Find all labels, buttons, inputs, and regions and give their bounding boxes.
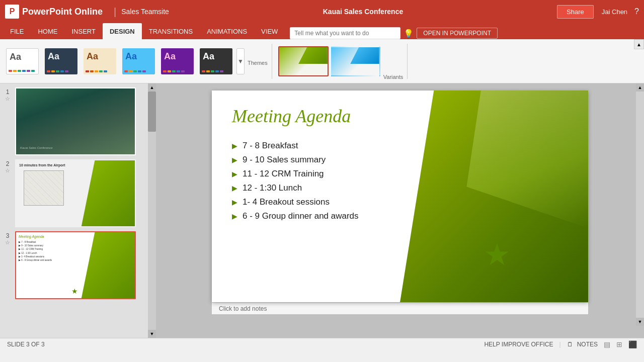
theme-4[interactable]: Aa — [120, 46, 157, 76]
slide-2-star: ☆ — [5, 167, 10, 174]
theme-3[interactable]: Aa — [82, 46, 118, 76]
doc-title: Kauai Sales Conference — [169, 8, 557, 16]
slide-3-star-decoration: ★ — [71, 287, 78, 295]
statusbar: SLIDE 3 OF 3 HELP IMPROVE OFFICE | 🗒 NOT… — [0, 338, 644, 350]
tab-animations[interactable]: ANIMATIONS — [200, 23, 254, 39]
variant-2[interactable] — [330, 46, 380, 76]
open-in-powerpoint-button[interactable]: OPEN IN POWERPOINT — [417, 28, 498, 39]
slide-1-text: Kauai Sales Conference — [20, 146, 53, 149]
star-decoration: ★ — [484, 237, 511, 272]
slide-panel: ▲ ▼ 1 ☆ Kauai Sales Conference — [0, 83, 156, 338]
tab-insert[interactable]: INSERT — [64, 23, 102, 39]
agenda-item-5: ▶ 1- 4 Breakout sessions — [232, 197, 568, 207]
notes-button[interactable]: 🗒 NOTES — [567, 341, 598, 348]
slide-title: Meeting Agenda — [232, 106, 568, 127]
ribbon-content: Aa Aa Aa — [0, 39, 644, 83]
slide-3-star: ☆ — [5, 239, 10, 246]
lightbulb-icon: 💡 — [404, 29, 414, 38]
agenda-item-4: ▶ 12 - 1:30 Lunch — [232, 183, 568, 193]
slide-1-thumbnail[interactable]: Kauai Sales Conference — [15, 87, 136, 155]
agenda-item-6: ▶ 6 - 9 Group dinner and awards — [232, 211, 568, 221]
statusbar-view-1[interactable]: ▤ — [604, 340, 610, 348]
slide-view-scroll-down[interactable]: ▼ — [636, 318, 644, 326]
slide-2-number-col: 2 ☆ — [2, 159, 13, 174]
slide-canvas: Meeting Agenda ▶ 7 - 8 Breakfast ▶ 9 - 1… — [212, 90, 588, 302]
arrow-icon-3: ▶ — [232, 170, 237, 178]
statusbar-view-3[interactable]: ⬛ — [628, 340, 637, 348]
titlebar: P PowerPoint Online | Sales Teamsite Kau… — [0, 0, 644, 23]
slide-item-2[interactable]: 2 ☆ 10 minutes from the Airport — [2, 159, 146, 227]
agenda-item-1: ▶ 7 - 8 Breakfast — [232, 141, 568, 151]
arrow-icon-5: ▶ — [232, 198, 237, 206]
agenda-item-3: ▶ 11 - 12 CRM Training — [232, 169, 568, 179]
arrow-icon-6: ▶ — [232, 212, 237, 220]
site-name: Sales Teamsite — [121, 8, 169, 16]
tab-transitions[interactable]: TRANSITIONS — [142, 23, 200, 39]
app-logo: P PowerPoint Online — [5, 5, 103, 19]
search-input[interactable] — [290, 27, 400, 39]
slide-info: SLIDE 3 OF 3 — [7, 341, 45, 348]
slide-view: ▲ ▼ Meeting Agenda ▶ 7 - 8 Breakfast ▶ 9… — [156, 83, 644, 338]
variant-1[interactable] — [278, 46, 329, 76]
help-icon[interactable]: ? — [634, 7, 639, 16]
ribbon-divider — [272, 44, 272, 79]
main-area: ▲ ▼ 1 ☆ Kauai Sales Conference — [0, 83, 644, 338]
slide-item-1[interactable]: 1 ☆ Kauai Sales Conference — [2, 87, 146, 155]
slide-panel-scrollbar-thumb — [148, 92, 156, 132]
slide-1-star: ☆ — [5, 96, 10, 102]
slide-panel-scroll-down[interactable]: ▼ — [148, 330, 156, 338]
help-improve-button[interactable]: HELP IMPROVE OFFICE — [484, 341, 553, 348]
title-divider: | — [114, 6, 116, 18]
theme-6[interactable]: Aa — [198, 46, 234, 76]
slide-3-number-col: 3 ☆ — [2, 231, 13, 246]
themes-scroll-down[interactable]: ▼ — [236, 48, 245, 74]
slide-2-thumbnail[interactable]: 10 minutes from the Airport — [15, 159, 136, 227]
slide-view-scroll-up[interactable]: ▲ — [636, 83, 644, 92]
statusbar-view-2[interactable]: ⊞ — [616, 340, 622, 348]
notes-label: NOTES — [577, 341, 598, 348]
agenda-item-2: ▶ 9 - 10 Sales summary — [232, 155, 568, 165]
slide-view-scrollbar: ▲ ▼ — [636, 83, 644, 326]
slide-3-number: 3 — [6, 232, 10, 239]
ribbon-tabs: FILE HOME INSERT DESIGN TRANSITIONS ANIM… — [0, 23, 644, 39]
ribbon-collapse-button[interactable]: ▲ — [634, 39, 644, 49]
tab-file[interactable]: FILE — [3, 23, 31, 39]
slide-3-thumbnail[interactable]: Meeting Agenda ▶ 7 - 8 Breakfast ▶ 9 - 1… — [15, 231, 136, 299]
arrow-icon-2: ▶ — [232, 156, 237, 164]
slide-3-agenda-text: ▶ 7 - 8 Breakfast ▶ 9 - 10 Sales summary… — [19, 240, 52, 262]
slide-2-title-text: 10 minutes from the Airport — [19, 163, 65, 167]
arrow-icon-1: ▶ — [232, 142, 237, 150]
slide-2-map — [24, 170, 64, 206]
variants-label: Variants — [383, 74, 404, 80]
notes-icon: 🗒 — [567, 341, 573, 348]
statusbar-divider-1: | — [559, 341, 561, 348]
slide-2-number: 2 — [6, 160, 10, 167]
arrow-icon-4: ▶ — [232, 184, 237, 192]
logo-box: P — [5, 5, 19, 19]
slide-3-title-text: Meeting Agenda — [19, 235, 44, 238]
user-name: Jai Chen — [602, 8, 627, 16]
slide-item-3[interactable]: 3 ☆ Meeting Agenda ▶ 7 - 8 Breakfast ▶ 9… — [2, 231, 146, 299]
slide-panel-scroll-up[interactable]: ▲ — [148, 83, 156, 92]
tab-design[interactable]: DESIGN — [103, 23, 142, 39]
app-title: PowerPoint Online — [22, 7, 103, 17]
theme-5[interactable]: Aa — [159, 46, 196, 76]
theme-default[interactable]: Aa — [4, 46, 41, 76]
tab-home[interactable]: HOME — [31, 23, 64, 39]
themes-label: Themes — [248, 60, 268, 66]
slide-1-number: 1 — [6, 88, 10, 96]
ribbon-divider-2 — [407, 44, 408, 79]
tab-view[interactable]: VIEW — [254, 23, 285, 39]
share-button[interactable]: Share — [557, 5, 594, 19]
notes-placeholder: Click to add notes — [219, 305, 267, 312]
notes-bar[interactable]: Click to add notes — [212, 302, 588, 314]
theme-2[interactable]: Aa — [43, 46, 79, 76]
slide-content-area[interactable]: Meeting Agenda ▶ 7 - 8 Breakfast ▶ 9 - 1… — [212, 90, 588, 240]
slide-1-number-col: 1 ☆ — [2, 87, 13, 102]
